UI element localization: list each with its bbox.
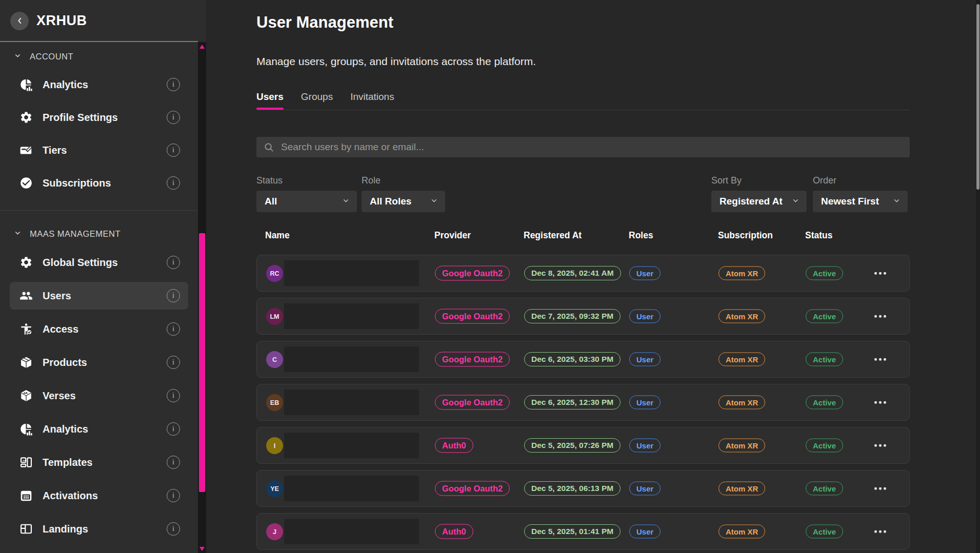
sidebar-item-templates[interactable]: Templatesi [10,448,188,476]
provider-badge: Google Oauth2 [435,309,510,324]
column-header-roles: Roles [629,230,653,241]
table-row[interactable]: JAuth0Dec 5, 2025, 01:41 PMUserAtom XRAc… [256,513,910,550]
main-content: User Management Manage users, groups, an… [206,0,980,553]
sidebar-item-users[interactable]: Usersi [10,282,188,310]
sidebar-item-label: Users [43,290,167,302]
table-row[interactable]: YEGoogle Oauth2Dec 5, 2025, 06:13 PMUser… [256,470,910,507]
role-badge: User [629,482,661,496]
sidebar-item-subscriptions[interactable]: Subscriptionsi [10,169,188,197]
info-icon[interactable]: i [167,176,180,190]
column-header-registered-at: Registered At [524,230,582,241]
sidebar-item-activations[interactable]: Activationsi [10,482,188,509]
info-icon[interactable]: i [167,422,180,436]
back-button[interactable] [10,12,29,30]
tab-invitations[interactable]: Invitations [350,91,394,110]
row-actions-button[interactable] [870,311,890,322]
row-actions-button[interactable] [870,268,890,279]
subscription-badge: Atom XR [718,310,765,323]
status-badge: Active [806,310,843,323]
landings-icon [19,522,33,536]
filter-label: Role [362,175,445,186]
page-title: User Management [256,13,393,32]
scroll-down-arrow-icon[interactable] [199,547,205,551]
sidebar-scrollbar[interactable] [198,42,206,553]
info-icon[interactable]: i [167,322,180,336]
info-icon[interactable]: i [167,111,180,124]
row-actions-button[interactable] [870,483,890,494]
sidebar-section-items: Global SettingsiUsersiAccessiProductsiVe… [0,249,198,543]
row-actions-button[interactable] [870,354,890,365]
provider-badge: Google Oauth2 [435,395,510,410]
sidebar-section-account[interactable]: ACCOUNT [13,47,198,66]
provider-badge: Google Oauth2 [435,266,510,281]
table-row[interactable]: IAuth0Dec 5, 2025, 07:26 PMUserAtom XRAc… [256,427,910,464]
sidebar-item-products[interactable]: Productsi [10,349,188,376]
info-icon[interactable]: i [167,78,180,91]
page-scrollbar[interactable] [976,0,980,553]
sidebar-item-label: Access [43,323,167,335]
info-icon[interactable]: i [167,389,180,402]
status-badge: Active [806,482,843,496]
sidebar-item-label: Templates [43,457,167,468]
sidebar-item-global-settings[interactable]: Global Settingsi [10,249,188,276]
info-icon[interactable]: i [167,289,180,302]
role-badge: User [629,525,661,539]
column-header-status: Status [805,230,832,241]
sidebar-item-access[interactable]: Accessi [10,315,188,343]
redacted-name [284,346,419,372]
sidebar-item-label: Products [43,357,167,368]
filter-label: Sort By [711,175,807,186]
status-badge: Active [806,525,843,539]
filter-sort-by: Sort ByRegistered At [711,175,807,212]
sidebar-item-verses[interactable]: Versesi [10,382,188,409]
sidebar-item-label: Landings [43,523,167,535]
app-title: XRHUB [36,13,87,29]
tab-groups[interactable]: Groups [301,91,333,110]
sidebar-item-profile-settings[interactable]: Profile Settingsi [10,104,188,131]
redacted-name [284,303,419,329]
info-icon[interactable]: i [167,256,180,269]
registered-at-badge: Dec 6, 2025, 12:30 PM [524,395,621,409]
search-input[interactable] [280,141,903,153]
sidebar-item-analytics[interactable]: Analyticsi [10,71,188,98]
table-row[interactable]: LMGoogle Oauth2Dec 7, 2025, 09:32 PMUser… [256,298,910,335]
page-scrollbar-thumb[interactable] [976,4,979,190]
sidebar-item-tiers[interactable]: Tiersi [10,136,188,164]
sidebar-scrollbar-thumb[interactable] [199,233,205,492]
sidebar-item-landings[interactable]: Landingsi [10,515,188,543]
order-select[interactable]: Newest First [813,191,908,212]
status-select[interactable]: All [256,191,357,212]
info-icon[interactable]: i [167,144,180,157]
registered-at-badge: Dec 5, 2025, 01:41 PM [524,524,621,539]
info-icon[interactable]: i [167,456,180,469]
row-actions-button[interactable] [870,440,890,451]
sidebar-item-analytics[interactable]: Analyticsi [10,415,188,443]
registered-at-badge: Dec 6, 2025, 03:30 PM [524,352,621,366]
sort-by-select[interactable]: Registered At [711,191,807,212]
info-icon[interactable]: i [167,489,180,502]
role-select[interactable]: All Roles [362,191,445,212]
sidebar-section-maas-management[interactable]: MAAS MANAGEMENT [13,224,198,243]
sidebar: XRHUB ACCOUNTAnalyticsiProfile Settingsi… [0,0,206,553]
subscription-badge: Atom XR [718,267,765,280]
row-actions-button[interactable] [870,397,890,408]
filter-label: Order [813,175,908,186]
table-header: NameProviderRegistered AtRolesSubscripti… [256,230,910,243]
table-row[interactable]: CGoogle Oauth2Dec 6, 2025, 03:30 PMUserA… [256,341,910,378]
info-icon[interactable]: i [167,356,180,369]
tab-users[interactable]: Users [256,91,284,110]
row-actions-button[interactable] [870,526,890,537]
scroll-up-arrow-icon[interactable] [199,45,205,49]
chevron-down-icon [430,196,438,207]
table-row[interactable]: EBGoogle Oauth2Dec 6, 2025, 12:30 PMUser… [256,384,910,421]
role-badge: User [629,310,661,323]
table-row[interactable]: RCGoogle Oauth2Dec 8, 2025, 02:41 AMUser… [256,255,910,292]
filter-role: RoleAll Roles [362,175,445,212]
page-subtitle: Manage users, groups, and invitations ac… [256,55,536,68]
chevron-down-icon [13,51,22,62]
info-icon[interactable]: i [167,522,180,536]
users-icon [19,289,33,302]
sidebar-item-label: Activations [43,490,167,502]
chevron-left-icon [15,16,24,25]
registered-at-badge: Dec 5, 2025, 06:13 PM [524,481,621,496]
